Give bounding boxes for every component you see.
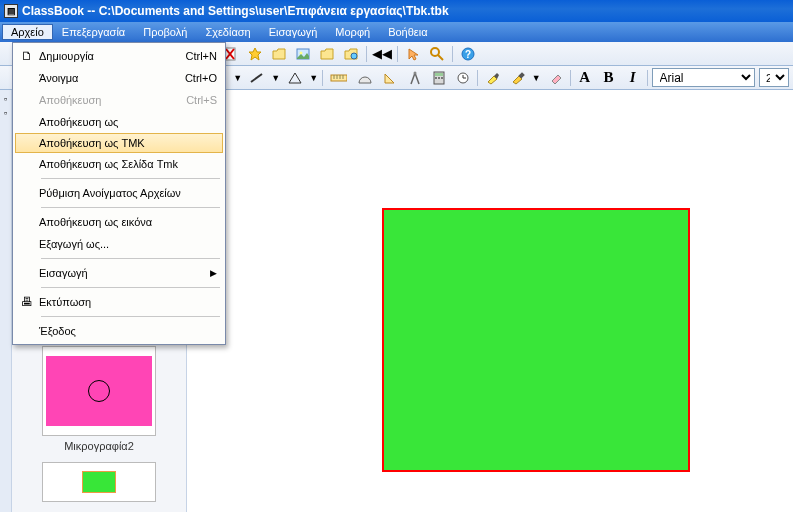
menu-edit[interactable]: Επεξεργασία xyxy=(53,24,134,40)
menu-view[interactable]: Προβολή xyxy=(134,24,196,40)
dropdown-arrow-icon[interactable]: ▼ xyxy=(233,73,242,83)
menu-help[interactable]: Βοήθεια xyxy=(379,24,436,40)
separator xyxy=(570,70,571,86)
menu-save-as-image[interactable]: Αποθήκευση ως εικόνα xyxy=(15,211,223,233)
dropdown-arrow-icon[interactable]: ▼ xyxy=(309,73,318,83)
menu-separator xyxy=(41,178,220,179)
side-strip: ▫ ▫ xyxy=(0,90,12,512)
svg-point-7 xyxy=(431,48,439,56)
triangle-icon[interactable] xyxy=(284,68,305,88)
menu-save-as-tmk-page[interactable]: Αποθήκευση ως Σελίδα Tmk xyxy=(15,153,223,175)
line-icon[interactable] xyxy=(246,68,267,88)
font-select[interactable]: Arial xyxy=(652,68,756,87)
menu-export-as[interactable]: Εξαγωγή ως... xyxy=(15,233,223,255)
help-icon[interactable]: ? xyxy=(457,44,479,64)
calculator-icon[interactable] xyxy=(429,68,449,88)
svg-line-20 xyxy=(415,73,419,84)
circle-shape-icon xyxy=(88,380,110,402)
menu-print[interactable]: 🖶 Εκτύπωση xyxy=(15,291,223,313)
separator xyxy=(477,70,478,86)
menu-save-as[interactable]: Αποθήκευση ως xyxy=(15,111,223,133)
ruler-icon[interactable] xyxy=(327,68,350,88)
folder-special-icon[interactable] xyxy=(340,44,362,64)
canvas[interactable] xyxy=(187,90,793,512)
menu-open[interactable]: Άνοιγμα Ctrl+O xyxy=(15,67,223,89)
menu-file[interactable]: Αρχείο xyxy=(2,24,53,40)
window-title: ClassBook -- C:\Documents and Settings\u… xyxy=(22,4,449,18)
eraser-icon[interactable] xyxy=(545,68,566,88)
font-size-select[interactable]: 2 xyxy=(759,68,789,87)
svg-text:?: ? xyxy=(465,49,471,60)
rewind-icon[interactable]: ◀◀ xyxy=(371,44,393,64)
menu-import[interactable]: Εισαγωγή ▶ xyxy=(15,262,223,284)
open-folder-icon[interactable] xyxy=(268,44,290,64)
app-icon: ▤ xyxy=(4,4,18,18)
dropdown-arrow-icon[interactable]: ▼ xyxy=(532,73,541,83)
menu-separator xyxy=(41,287,220,288)
pointer-icon[interactable] xyxy=(402,44,424,64)
svg-line-8 xyxy=(438,55,443,60)
clock-icon[interactable] xyxy=(453,68,473,88)
thumbnail-2-preview xyxy=(46,356,152,426)
menu-new[interactable]: 🗋 Δημιουργία Ctrl+N xyxy=(15,45,223,67)
new-doc-icon: 🗋 xyxy=(19,48,35,64)
text-tool-icon[interactable]: A xyxy=(575,68,595,88)
svg-line-19 xyxy=(411,73,415,84)
magnifier-icon[interactable] xyxy=(426,44,448,64)
menu-bar: Αρχείο Επεξεργασία Προβολή Σχεδίαση Εισα… xyxy=(0,22,793,42)
separator xyxy=(397,46,398,62)
thumbnail-3[interactable] xyxy=(42,462,156,502)
svg-rect-24 xyxy=(435,77,437,79)
svg-rect-25 xyxy=(438,77,440,79)
thumbnail-2-label: Μικρογραφία2 xyxy=(22,440,176,452)
italic-button[interactable]: I xyxy=(623,68,643,88)
dropdown-arrow-icon[interactable]: ▼ xyxy=(271,73,280,83)
separator xyxy=(322,70,323,86)
square-tool-icon[interactable] xyxy=(379,68,400,88)
separator xyxy=(452,46,453,62)
thumbnail-3-preview xyxy=(82,471,116,493)
new-doc-mini-icon[interactable]: ▫ xyxy=(1,94,11,104)
compass-icon[interactable] xyxy=(404,68,425,88)
menu-separator xyxy=(41,258,220,259)
separator xyxy=(647,70,648,86)
svg-marker-3 xyxy=(249,48,261,60)
menu-save: Αποθήκευση Ctrl+S xyxy=(15,89,223,111)
svg-rect-26 xyxy=(441,77,443,79)
open-mini-icon[interactable]: ▫ xyxy=(1,108,11,118)
submenu-arrow-icon: ▶ xyxy=(210,268,217,278)
file-menu-dropdown: 🗋 Δημιουργία Ctrl+N Άνοιγμα Ctrl+O Αποθή… xyxy=(12,42,226,345)
bold-button[interactable]: B xyxy=(599,68,619,88)
favorites-icon[interactable] xyxy=(244,44,266,64)
svg-rect-14 xyxy=(331,75,347,81)
menu-exit[interactable]: Έξοδος xyxy=(15,320,223,342)
svg-line-12 xyxy=(251,74,262,82)
separator xyxy=(366,46,367,62)
svg-marker-13 xyxy=(289,73,301,83)
green-rectangle-shape[interactable] xyxy=(382,208,690,472)
protractor-icon[interactable] xyxy=(354,68,375,88)
svg-point-6 xyxy=(351,53,357,59)
picture-icon[interactable] xyxy=(292,44,314,64)
menu-file-open-settings[interactable]: Ρύθμιση Ανοίγματος Αρχείων xyxy=(15,182,223,204)
svg-point-21 xyxy=(413,71,416,74)
menu-separator xyxy=(41,207,220,208)
folder-icon[interactable] xyxy=(316,44,338,64)
marker-icon[interactable] xyxy=(507,68,528,88)
menu-design[interactable]: Σχεδίαση xyxy=(196,24,259,40)
menu-format[interactable]: Μορφή xyxy=(326,24,379,40)
menu-save-as-tmk[interactable]: Αποθήκευση ως TMK xyxy=(15,133,223,153)
print-icon: 🖶 xyxy=(19,294,35,310)
highlighter-icon[interactable] xyxy=(482,68,503,88)
svg-rect-23 xyxy=(435,73,443,76)
menu-separator xyxy=(41,316,220,317)
menu-insert[interactable]: Εισαγωγή xyxy=(260,24,327,40)
thumbnail-2[interactable] xyxy=(42,346,156,436)
title-bar: ▤ ClassBook -- C:\Documents and Settings… xyxy=(0,0,793,22)
